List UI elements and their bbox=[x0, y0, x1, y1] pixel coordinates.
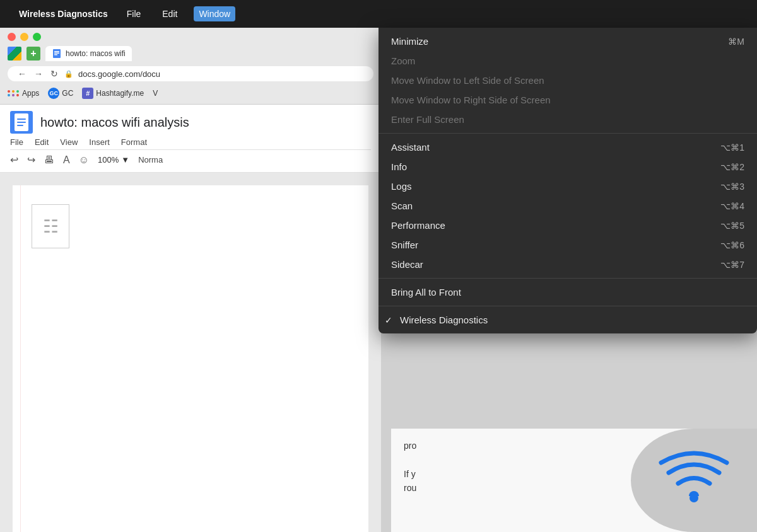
menu-item-sidecar[interactable]: Sidecar ⌥⌘7 bbox=[378, 255, 757, 274]
browser-tabs: + howto: macos wifi bbox=[8, 46, 373, 61]
address-bar[interactable]: ← → ↻ 🔒 docs.google.com/docu bbox=[8, 66, 373, 81]
bookmark-gc[interactable]: GC GC bbox=[48, 88, 73, 99]
wifi-background-image bbox=[631, 429, 757, 532]
performance-label: Performance bbox=[391, 220, 445, 231]
menu-file[interactable]: File bbox=[122, 6, 146, 21]
app-name: Wireless Diagnostics bbox=[19, 9, 108, 19]
tab-title: howto: macos wifi bbox=[66, 49, 126, 58]
new-tab-button[interactable]: + bbox=[26, 47, 40, 61]
menu-edit[interactable]: Edit bbox=[157, 6, 182, 21]
bookmark-hashtagify[interactable]: # Hashtagify.me bbox=[82, 88, 144, 99]
menu-section-active-window: ✓ Wireless Diagnostics bbox=[378, 306, 757, 333]
doc-thumbnail: ☷ bbox=[32, 204, 69, 248]
sidecar-shortcut: ⌥⌘7 bbox=[720, 260, 744, 270]
active-tab[interactable]: howto: macos wifi bbox=[45, 46, 132, 61]
menu-item-info[interactable]: Info ⌥⌘2 bbox=[378, 157, 757, 176]
url-display[interactable]: docs.google.com/docu bbox=[78, 69, 365, 79]
menu-item-performance[interactable]: Performance ⌥⌘5 bbox=[378, 216, 757, 235]
bookmark-apps[interactable]: Apps bbox=[8, 89, 39, 98]
thumbnail-icon: ☷ bbox=[43, 216, 59, 237]
menu-item-minimize[interactable]: Minimize ⌘M bbox=[378, 32, 757, 51]
bring-all-front-label: Bring All to Front bbox=[391, 287, 461, 298]
scan-shortcut: ⌥⌘4 bbox=[720, 201, 744, 211]
close-button[interactable] bbox=[8, 33, 16, 41]
info-shortcut: ⌥⌘2 bbox=[720, 162, 744, 172]
lock-icon: 🔒 bbox=[64, 70, 73, 78]
menu-item-move-left[interactable]: Move Window to Left Side of Screen bbox=[378, 71, 757, 90]
menu-section-window-controls: Minimize ⌘M Zoom Move Window to Left Sid… bbox=[378, 28, 757, 133]
svg-rect-1 bbox=[54, 51, 59, 52]
menu-item-move-right[interactable]: Move Window to Right Side of Screen bbox=[378, 90, 757, 110]
menu-item-wireless-diagnostics[interactable]: ✓ Wireless Diagnostics bbox=[378, 310, 757, 330]
move-right-label: Move Window to Right Side of Screen bbox=[391, 95, 551, 105]
doc-content: howto: macos wifi analysis File Edit Vie… bbox=[0, 105, 381, 532]
doc-page: ☷ bbox=[0, 173, 381, 532]
apps-label: Apps bbox=[22, 89, 39, 98]
doc-lines bbox=[17, 119, 26, 126]
back-button[interactable]: ← bbox=[16, 69, 28, 79]
menu-item-assistant[interactable]: Assistant ⌥⌘1 bbox=[378, 137, 757, 157]
doc-menu-insert[interactable]: Insert bbox=[89, 137, 110, 147]
logs-label: Logs bbox=[391, 181, 412, 192]
gc-label: GC bbox=[62, 89, 73, 98]
doc-page-inner: ☷ bbox=[13, 185, 368, 532]
menu-window[interactable]: Window bbox=[194, 6, 235, 21]
scan-label: Scan bbox=[391, 200, 413, 211]
minimize-button[interactable] bbox=[20, 33, 28, 41]
browser-chrome: + howto: macos wifi ← → ↻ 🔒 docs.google.… bbox=[0, 28, 381, 105]
undo-button[interactable]: ↩ bbox=[10, 154, 18, 166]
logs-shortcut: ⌥⌘3 bbox=[720, 182, 744, 192]
doc-menu-edit[interactable]: Edit bbox=[35, 137, 49, 147]
svg-rect-2 bbox=[54, 53, 59, 54]
bottom-doc-area: pro If y rou bbox=[391, 429, 757, 532]
menu-item-logs[interactable]: Logs ⌥⌘3 bbox=[378, 176, 757, 196]
assistant-shortcut: ⌥⌘1 bbox=[720, 142, 744, 153]
google-drive-tab-icon bbox=[8, 47, 21, 61]
window-dropdown-menu: Minimize ⌘M Zoom Move Window to Left Sid… bbox=[378, 28, 757, 333]
doc-title: howto: macos wifi analysis bbox=[40, 115, 189, 130]
traffic-lights bbox=[8, 33, 373, 41]
bookmarks-bar: Apps GC GC # Hashtagify.me V bbox=[8, 85, 373, 100]
spellcheck-button[interactable]: A bbox=[63, 154, 70, 166]
hashtag-icon: # bbox=[82, 88, 93, 99]
doc-menu-row: File Edit View Insert Format bbox=[10, 137, 371, 147]
print-button[interactable]: 🖶 bbox=[44, 154, 54, 166]
zoom-level: 100% bbox=[98, 155, 119, 165]
menu-section-panels: Assistant ⌥⌘1 Info ⌥⌘2 Logs ⌥⌘3 Scan ⌥⌘4… bbox=[378, 133, 757, 278]
performance-shortcut: ⌥⌘5 bbox=[720, 221, 744, 231]
bookmark-v[interactable]: V bbox=[153, 89, 158, 98]
gc-icon: GC bbox=[48, 88, 59, 99]
menu-item-fullscreen[interactable]: Enter Full Screen bbox=[378, 110, 757, 129]
doc-menu-view[interactable]: View bbox=[60, 137, 78, 147]
svg-rect-3 bbox=[54, 54, 57, 55]
fullscreen-label: Enter Full Screen bbox=[391, 114, 464, 125]
paint-format-button[interactable]: ☺ bbox=[79, 154, 89, 166]
margin-line bbox=[20, 185, 21, 532]
menu-item-bring-all-front[interactable]: Bring All to Front bbox=[378, 282, 757, 302]
style-selector[interactable]: Norma bbox=[138, 155, 163, 165]
doc-toolbar: ↩ ↪ 🖶 A ☺ 100% ▼ Norma bbox=[10, 149, 371, 170]
reload-button[interactable]: ↻ bbox=[49, 69, 59, 79]
v-label: V bbox=[153, 89, 158, 98]
menu-item-scan[interactable]: Scan ⌥⌘4 bbox=[378, 196, 757, 216]
sniffer-label: Sniffer bbox=[391, 240, 418, 250]
move-left-label: Move Window to Left Side of Screen bbox=[391, 75, 544, 86]
menu-item-sniffer[interactable]: Sniffer ⌥⌘6 bbox=[378, 235, 757, 255]
forward-button[interactable]: → bbox=[33, 69, 44, 79]
doc-icon-inner bbox=[15, 113, 28, 131]
svg-point-4 bbox=[690, 494, 698, 502]
doc-menu-format[interactable]: Format bbox=[121, 137, 147, 147]
menu-item-zoom[interactable]: Zoom bbox=[378, 51, 757, 71]
menubar: Wireless Diagnostics File Edit Window bbox=[0, 0, 757, 28]
fullscreen-button[interactable] bbox=[33, 33, 41, 41]
sniffer-shortcut: ⌥⌘6 bbox=[720, 240, 744, 250]
zoom-control[interactable]: 100% ▼ bbox=[98, 155, 129, 165]
doc-icon bbox=[10, 111, 33, 134]
redo-button[interactable]: ↪ bbox=[27, 154, 35, 166]
assistant-label: Assistant bbox=[391, 142, 430, 153]
check-icon: ✓ bbox=[385, 315, 394, 325]
zoom-dropdown-icon: ▼ bbox=[121, 155, 129, 165]
menu-section-bring-front: Bring All to Front bbox=[378, 278, 757, 306]
sidecar-label: Sidecar bbox=[391, 259, 423, 270]
doc-menu-file[interactable]: File bbox=[10, 137, 23, 147]
